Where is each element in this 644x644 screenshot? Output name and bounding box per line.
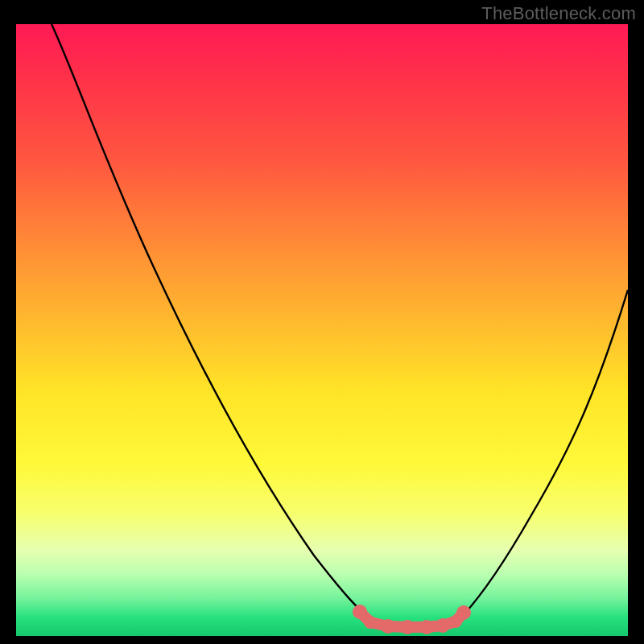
watermark-text: TheBottleneck.com [481, 3, 636, 24]
scatter-point [364, 616, 377, 629]
scatter-point [353, 605, 367, 619]
scatter-point [436, 618, 450, 633]
left-curve [52, 24, 372, 620]
scatter-point [400, 620, 415, 634]
scatter-point [381, 619, 395, 634]
plot-svg [16, 24, 628, 636]
chart-stage: TheBottleneck.com [0, 0, 644, 644]
scatter-group [353, 605, 471, 634]
plot-area [16, 24, 628, 636]
right-curve [457, 290, 628, 621]
scatter-point [419, 620, 434, 634]
scatter-point [456, 605, 471, 620]
